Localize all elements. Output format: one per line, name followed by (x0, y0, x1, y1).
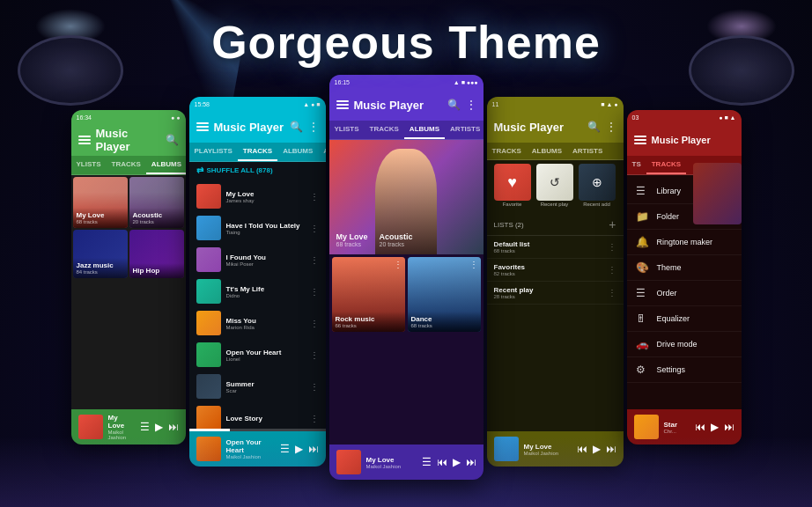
track-more-2[interactable]: ⋮ (310, 224, 319, 233)
phone3-play-icon[interactable]: ▶ (453, 456, 461, 468)
phone2-tab-playlists[interactable]: PLAYLISTS (189, 143, 238, 161)
phone5-prev-icon[interactable]: ⏮ (695, 421, 705, 433)
phone1-playlist-icon[interactable]: ☰ (140, 421, 150, 433)
phone2-menu-icon[interactable] (196, 122, 209, 131)
phone1-jazz-card[interactable]: Jazz music 84 tracks (73, 230, 128, 278)
phone2-play-icon[interactable]: ▶ (295, 443, 303, 455)
phone4-playlist-default-more[interactable]: ⋮ (608, 242, 616, 252)
phone1-header: Music Player 🔍 (71, 124, 186, 156)
phone4-play-icon[interactable]: ▶ (593, 443, 601, 455)
phone3-nav: YLISTS TRACKS ALBUMS ARTISTS GENRE (329, 121, 484, 140)
phone4-playlist-favorites-more[interactable]: ⋮ (608, 265, 616, 275)
phone2-tab-albums[interactable]: ALBUMS (277, 143, 318, 161)
phone2-tab-tracks[interactable]: TRACKS (238, 143, 277, 161)
phone4-chip-favorite[interactable]: ♥ Favorite (494, 164, 531, 207)
phone2-more-icon[interactable]: ⋮ (308, 121, 319, 133)
phone3-search-icon[interactable]: 🔍 (447, 99, 461, 111)
track-item-6[interactable]: Open Your Heart Lionel ⋮ (189, 339, 326, 371)
track-more-7[interactable]: ⋮ (310, 382, 319, 392)
phone5-menu-icon[interactable] (634, 136, 646, 144)
track-item-5[interactable]: Miss You Marion Rida ⋮ (189, 307, 326, 339)
phone1-hiphop-card[interactable]: Hip Hop (129, 230, 184, 278)
phone5-menu-ringtone[interactable]: 🔔 Ringtone maker (627, 230, 742, 255)
phone1-next-icon[interactable]: ⏭ (168, 421, 179, 433)
track-item-1[interactable]: My Love James shay ⋮ (189, 180, 326, 212)
phone1-menu-icon[interactable] (78, 136, 91, 144)
phone3-tab-playlists[interactable]: YLISTS (329, 121, 365, 139)
track-info-7: Summer Scar (226, 380, 305, 393)
phone4-heart-icon: ♥ (507, 173, 517, 192)
phone3-more-icon[interactable]: ⋮ (466, 99, 476, 111)
phone5-play-icon[interactable]: ▶ (711, 421, 719, 433)
phone4-more-icon[interactable]: ⋮ (606, 121, 616, 133)
phone2-next-icon[interactable]: ⏭ (308, 443, 319, 455)
phone4-chip-recent-play[interactable]: ↺ Recent play (536, 164, 573, 207)
phone3-tab-tracks[interactable]: TRACKS (365, 121, 404, 139)
phone4-add-list-icon[interactable]: + (609, 217, 616, 231)
phone1-search-icon[interactable]: 🔍 (166, 134, 179, 146)
track-more-4[interactable]: ⋮ (310, 287, 319, 297)
track-item-4[interactable]: Tt's My Life Didno ⋮ (189, 276, 326, 307)
phone3-next-icon[interactable]: ⏭ (466, 456, 476, 468)
phone5-menu-theme[interactable]: 🎨 Theme (627, 255, 742, 281)
phone3-playlist-icon[interactable]: ☰ (422, 456, 432, 468)
phone4-prev-icon[interactable]: ⏮ (577, 443, 587, 455)
phone4-search-icon[interactable]: 🔍 (587, 121, 601, 133)
phone5-tab-ts[interactable]: TS (627, 156, 646, 174)
phone4-tab-artists[interactable]: ARTISTS (567, 143, 608, 159)
phone4-chip-recent-add[interactable]: ⊕ Recent add (579, 164, 616, 207)
phone5-menu-equalizer[interactable]: 🎚 Equalizer (627, 306, 742, 332)
phone5-tab-tracks[interactable]: TRACKS (646, 156, 686, 174)
phone2-title: Music Player (214, 121, 284, 134)
phone3-dance-card[interactable]: Dance 68 tracks ⋮ (408, 257, 481, 332)
phone4-favorite-box: ♥ (494, 164, 531, 201)
phone3-prev-icon[interactable]: ⏮ (437, 456, 447, 468)
phone1-tab-albums[interactable]: ALBUMS (146, 156, 186, 174)
phone3-tab-artists[interactable]: ARTISTS (445, 121, 483, 139)
track-more-1[interactable]: ⋮ (310, 192, 319, 202)
phone1-player-controls[interactable]: ☰ ▶ ⏭ (140, 421, 179, 433)
phone2-player-controls[interactable]: ☰ ▶ ⏭ (280, 443, 319, 455)
phone1-album-card-2[interactable]: Acoustic 20 tracks (129, 177, 184, 228)
rock-more-icon[interactable]: ⋮ (394, 260, 402, 269)
phone2-player-artist: Maikol Jashion (226, 454, 275, 459)
phone3-tab-albums[interactable]: ALBUMS (404, 121, 445, 139)
phone3-menu-icon[interactable] (336, 100, 349, 109)
phone4-tab-albums[interactable]: ALBUMS (527, 143, 567, 159)
phone4-player-info: My Love Maikol Jashion (524, 443, 572, 456)
phone5-menu-settings[interactable]: ⚙ Settings (627, 357, 742, 383)
phone1-player-info: My Love Maikol Jashion (108, 414, 135, 440)
phone4-tab-tracks[interactable]: TRACKS (487, 143, 527, 159)
phone2-tab-artists[interactable]: ARTI... (318, 143, 325, 161)
track-item-7[interactable]: Summer Scar ⋮ (189, 371, 326, 402)
track-more-6[interactable]: ⋮ (310, 350, 319, 360)
phone4-playlist-recent[interactable]: Recent play 28 tracks ⋮ (487, 282, 624, 305)
phone4-next-icon[interactable]: ⏭ (606, 443, 616, 455)
track-more-8[interactable]: ⋮ (310, 414, 319, 423)
phone2-shuffle-bar[interactable]: ⇄ SHUFFLE ALL (878) (189, 162, 326, 179)
phone5-menu-order[interactable]: ☰ Order (627, 281, 742, 306)
phone4-playlist-recent-more[interactable]: ⋮ (608, 288, 616, 298)
phone5-library-icon: ☰ (636, 185, 650, 197)
phone2-search-icon[interactable]: 🔍 (290, 121, 303, 133)
phone1-player: My Love Maikol Jashion ☰ ▶ ⏭ (71, 409, 186, 445)
phone4-playlist-favorites[interactable]: Favorites 82 tracks ⋮ (487, 259, 624, 282)
phone5-player-controls[interactable]: ⏮ ▶ ⏭ (695, 421, 734, 433)
track-more-3[interactable]: ⋮ (310, 255, 319, 265)
phone1-album-card-1[interactable]: My Love 68 tracks (73, 177, 128, 228)
dance-more-icon[interactable]: ⋮ (469, 260, 478, 269)
track-item-2[interactable]: Have I Told You Lately Tiaing ⋮ (189, 212, 326, 244)
phone2-playlist-icon[interactable]: ☰ (280, 443, 290, 455)
track-more-5[interactable]: ⋮ (310, 319, 319, 328)
phone5-menu-drive[interactable]: 🚗 Drive mode (627, 332, 742, 357)
phone3-rock-card[interactable]: Rock music 66 tracks ⋮ (332, 257, 405, 332)
phone4-player-controls[interactable]: ⏮ ▶ ⏭ (577, 443, 616, 455)
phone2-player-thumb (196, 437, 221, 461)
phone4-playlist-default[interactable]: Default list 68 tracks ⋮ (487, 236, 624, 259)
track-item-3[interactable]: I Found You Mikai Poser ⋮ (189, 244, 326, 276)
phone5-next-icon[interactable]: ⏭ (724, 421, 734, 433)
phone3-player-controls[interactable]: ☰ ⏮ ▶ ⏭ (422, 456, 476, 468)
phone1-tab-playlists[interactable]: YLISTS (71, 156, 107, 174)
phone1-play-icon[interactable]: ▶ (155, 421, 163, 433)
phone1-tab-tracks[interactable]: TRACKS (107, 156, 146, 174)
